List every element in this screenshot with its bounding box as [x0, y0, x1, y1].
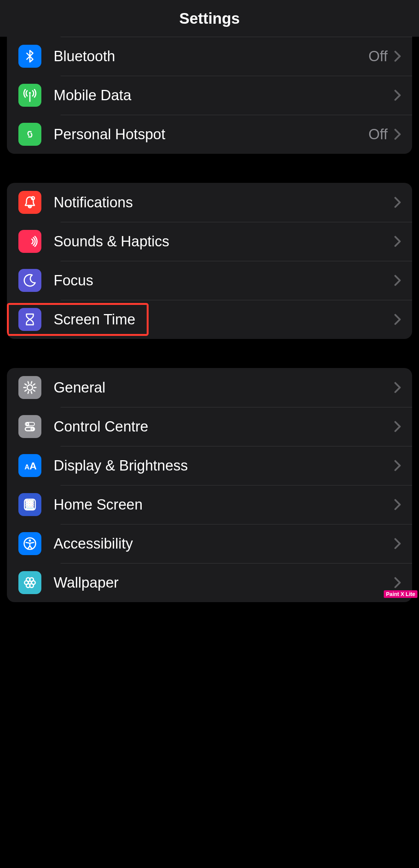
- row-label: General: [54, 379, 393, 396]
- svg-line-9: [25, 384, 26, 385]
- hourglass-icon: [18, 308, 41, 331]
- link-icon: [18, 123, 41, 146]
- accessibility-icon: [18, 532, 41, 555]
- settings-row-focus[interactable]: Focus: [7, 261, 412, 300]
- row-label: Screen Time: [54, 311, 393, 328]
- row-label: Wallpaper: [54, 575, 393, 591]
- settings-row-personal-hotspot[interactable]: Personal HotspotOff: [7, 115, 412, 154]
- speaker-icon: [18, 230, 41, 253]
- svg-line-5: [31, 391, 32, 393]
- svg-point-14: [26, 423, 29, 425]
- chevron-right-icon: [393, 576, 402, 590]
- settings-group-connectivity: BluetoothOffMobile DataPersonal HotspotO…: [7, 37, 412, 154]
- settings-row-home-screen[interactable]: Home Screen: [7, 485, 412, 524]
- settings-row-accessibility[interactable]: Accessibility: [7, 524, 412, 563]
- row-label: Bluetooth: [54, 48, 368, 65]
- svg-rect-23: [26, 503, 28, 504]
- moon-icon: [18, 269, 41, 292]
- svg-rect-26: [26, 505, 28, 506]
- settings-row-mobile-data[interactable]: Mobile Data: [7, 76, 412, 115]
- svg-text:A: A: [29, 460, 37, 472]
- svg-point-38: [30, 578, 34, 581]
- chevron-right-icon: [393, 127, 402, 141]
- row-label: Personal Hotspot: [54, 126, 368, 143]
- page-title: Settings: [179, 10, 240, 27]
- row-label: Focus: [54, 272, 393, 289]
- settings-row-general[interactable]: General: [7, 368, 412, 407]
- antenna-icon: [18, 84, 41, 107]
- settings-row-screen-time[interactable]: Screen Time: [7, 300, 412, 339]
- chevron-right-icon: [393, 313, 402, 326]
- svg-point-0: [29, 92, 31, 94]
- svg-rect-24: [29, 503, 31, 504]
- svg-line-10: [28, 382, 29, 384]
- switches-icon: [18, 415, 41, 438]
- chevron-right-icon: [393, 498, 402, 511]
- bell-icon: [18, 191, 41, 214]
- svg-rect-22: [31, 500, 33, 502]
- settings-row-sounds-haptics[interactable]: Sounds & Haptics: [7, 222, 412, 261]
- row-label: Display & Brightness: [54, 458, 393, 474]
- svg-line-11: [31, 382, 32, 384]
- svg-rect-20: [26, 500, 28, 502]
- row-label: Control Centre: [54, 419, 393, 435]
- row-label: Sounds & Haptics: [54, 233, 393, 250]
- svg-text:A: A: [25, 463, 29, 471]
- svg-line-4: [33, 390, 35, 391]
- settings-row-bluetooth[interactable]: BluetoothOff: [7, 37, 412, 76]
- chevron-right-icon: [393, 49, 402, 63]
- settings-row-wallpaper[interactable]: Wallpaper: [7, 563, 412, 602]
- chevron-right-icon: [393, 420, 402, 433]
- svg-point-16: [31, 428, 33, 430]
- row-label: Mobile Data: [54, 87, 393, 104]
- svg-line-6: [28, 391, 29, 393]
- flower-icon: [18, 571, 41, 594]
- header: Settings: [0, 0, 419, 37]
- svg-line-7: [25, 390, 26, 391]
- chevron-right-icon: [393, 537, 402, 550]
- svg-line-12: [33, 384, 35, 385]
- chevron-right-icon: [393, 459, 402, 472]
- row-label: Accessibility: [54, 536, 393, 552]
- svg-rect-21: [29, 500, 31, 502]
- settings-group-system: GeneralControl CentreAADisplay & Brightn…: [7, 368, 412, 602]
- svg-rect-25: [31, 503, 33, 504]
- settings-row-display-brightness[interactable]: AADisplay & Brightness: [7, 446, 412, 485]
- gear-icon: [18, 376, 41, 399]
- settings-row-notifications[interactable]: Notifications: [7, 183, 412, 222]
- svg-rect-29: [26, 508, 34, 509]
- row-label: Home Screen: [54, 497, 393, 513]
- grid-icon: [18, 493, 41, 516]
- settings-row-control-centre[interactable]: Control Centre: [7, 407, 412, 446]
- svg-point-31: [29, 539, 31, 542]
- bluetooth-icon: [18, 45, 41, 68]
- row-value: Off: [368, 48, 388, 65]
- svg-rect-28: [31, 505, 33, 506]
- chevron-right-icon: [393, 274, 402, 287]
- settings-group-attention: NotificationsSounds & HapticsFocusScreen…: [7, 183, 412, 339]
- chevron-right-icon: [393, 235, 402, 248]
- chevron-right-icon: [393, 381, 402, 394]
- watermark-badge: Paint X Lite: [384, 590, 417, 598]
- chevron-right-icon: [393, 195, 402, 209]
- svg-rect-27: [29, 505, 31, 506]
- row-value: Off: [368, 126, 388, 143]
- chevron-right-icon: [393, 88, 402, 102]
- row-label: Notifications: [54, 194, 393, 211]
- svg-point-2: [27, 385, 33, 390]
- aa-icon: AA: [18, 454, 41, 477]
